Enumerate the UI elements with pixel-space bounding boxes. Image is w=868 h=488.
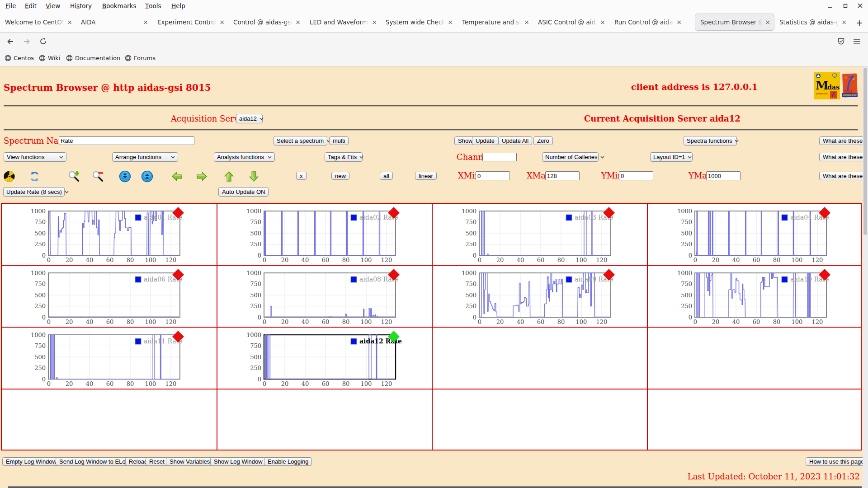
tab-close-icon[interactable]: × [676, 19, 682, 26]
close-button[interactable] [854, 0, 865, 11]
update-all-button[interactable]: Update All [498, 136, 532, 145]
maximize-button[interactable] [840, 0, 851, 11]
menu-bookmarks[interactable]: Bookmarks [102, 0, 136, 11]
tab-close-icon[interactable]: × [372, 19, 377, 26]
spectrum-cell-aida06[interactable]: 02505007501000020406080100120aida06 Rate [2, 266, 216, 327]
number-of-galleries-select[interactable]: Number of Galleries [542, 152, 599, 162]
radiation-icon[interactable] [3, 170, 15, 183]
update-button[interactable]: Update [472, 136, 498, 145]
tab-welcome-to-centos[interactable]: Welcome to CentOS× [0, 14, 76, 31]
tab-statistics-aidas-gsi[interactable]: Statistics @ aidas-gsi× [774, 14, 850, 31]
enable-logging-button[interactable]: Enable Logging [264, 457, 312, 466]
arrow-up-icon[interactable] [223, 170, 235, 183]
menu-edit[interactable]: Edit [25, 0, 37, 11]
auto-update-button[interactable]: Auto Update ON [218, 187, 269, 197]
spectrum-cell-aida12[interactable]: 02505007501000020406080100120aida12 Rate [217, 328, 432, 389]
arrow-left-icon[interactable] [171, 170, 183, 183]
how-to-use-button[interactable]: How to use this page [806, 457, 868, 466]
menu-help[interactable]: Help [171, 0, 185, 11]
spectrum-name-input[interactable]: Rate [59, 136, 194, 145]
tab-spectrum-browser[interactable]: Spectrum Browser @× [695, 14, 774, 31]
tab-close-icon[interactable]: × [67, 19, 72, 26]
spectrum-cell-aida03[interactable]: 02505007501000020406080100120aida03 Rate [433, 204, 647, 265]
spectrum-cell-aida11[interactable]: 02505007501000020406080100120aida11 Rate [2, 328, 216, 389]
xmax-input[interactable]: 128 [545, 171, 580, 180]
tab-temperature-and-stat[interactable]: Temperature and stat× [457, 14, 533, 31]
all-button[interactable]: all [380, 172, 393, 180]
spectrum-cell-aida02[interactable]: 02505007501000020406080100120aida02 Rate [217, 204, 432, 265]
menu-view[interactable]: View [46, 0, 60, 11]
ymax-input[interactable]: 1000 [706, 171, 741, 180]
tab-experiment-control-c[interactable]: Experiment Control (c× [152, 14, 228, 31]
menu-hamburger-icon[interactable] [851, 33, 863, 50]
tab-close-icon[interactable]: × [295, 19, 301, 26]
tab-close-icon[interactable]: × [143, 19, 148, 26]
tab-close-icon[interactable]: × [524, 19, 529, 26]
spectrum-cell-aida01[interactable]: 02505007501000020406080100120aida01 Rate [2, 204, 216, 265]
forward-icon[interactable] [22, 33, 32, 50]
back-icon[interactable] [5, 33, 15, 50]
tab-led-and-waveform-c[interactable]: LED and Waveform c× [305, 14, 381, 31]
what-are-these-1[interactable]: What are these? [819, 136, 868, 145]
send-log-window-button[interactable]: Send Log Window to ELog [56, 457, 132, 466]
show-log-window-button[interactable]: Show Log Window [210, 457, 266, 466]
update-rate-select[interactable]: Update Rate (8 secs) [3, 187, 65, 197]
bookmark-documentation[interactable]: Documentation [66, 50, 120, 66]
tab-close-icon[interactable]: × [841, 19, 847, 26]
x-button[interactable]: x [296, 172, 307, 180]
account-shield-icon[interactable] [835, 33, 846, 50]
tags-fits-select[interactable]: Tags & Fits [325, 152, 363, 162]
spectrum-cell-aida04[interactable]: 02505007501000020406080100120aida04 Rate [648, 204, 863, 265]
tab-close-icon[interactable]: × [219, 19, 225, 26]
reload-icon[interactable] [38, 33, 48, 50]
zoom-out-icon[interactable] [92, 170, 104, 183]
acquisition-server-select[interactable]: aida12 [236, 114, 263, 123]
midas-logo[interactable]: M idas powered by TCL [814, 72, 840, 101]
tab-run-control-aidas[interactable]: Run Control @ aidas-× [609, 14, 685, 31]
linear-button[interactable]: linear [415, 172, 437, 180]
spectrum-cell-aida10[interactable]: 02505007501000020406080100120aida10 Rate [648, 266, 863, 327]
tab-asic-control-aidas[interactable]: ASIC Control @ aidas× [533, 14, 609, 31]
view-functions-select[interactable]: View functions [4, 152, 66, 162]
spectrum-cell-aida09[interactable]: 02505007501000020406080100120aida09 Rate [433, 266, 647, 327]
what-are-these-3[interactable]: What are these? [819, 172, 868, 180]
menu-tools[interactable]: Tools [145, 0, 161, 11]
tcl-powered-logo[interactable]: TCL! POWERED [842, 73, 858, 101]
bookmark-wiki[interactable]: Wiki [39, 50, 60, 66]
scroll-up-icon[interactable] [141, 170, 153, 183]
tab-control-aidas-gsi[interactable]: Control @ aidas-gsi× [228, 14, 304, 31]
zoom-in-icon[interactable] [68, 170, 80, 183]
layout-id-select[interactable]: Layout ID=1 [650, 152, 693, 162]
tab-close-icon[interactable]: × [448, 19, 453, 26]
what-are-these-2[interactable]: What are these? [819, 153, 868, 161]
zero-button[interactable]: Zero [533, 136, 553, 145]
new-button[interactable]: new [331, 172, 349, 180]
tab-aida[interactable]: AIDA× [76, 14, 152, 31]
reset-button[interactable]: Reset [146, 457, 168, 466]
select-a-spectrum[interactable]: Select a spectrum [274, 136, 327, 145]
arrow-down-icon[interactable] [248, 170, 260, 183]
menu-history[interactable]: History [70, 0, 92, 11]
show-variables-button[interactable]: Show Variables [166, 457, 213, 466]
new-tab-button[interactable]: + [856, 18, 863, 28]
bookmark-centos[interactable]: Centos [5, 50, 34, 66]
ymin-input[interactable]: 0 [619, 171, 653, 180]
bookmark-forums[interactable]: Forums [125, 50, 156, 66]
xmin-input[interactable]: 0 [476, 171, 510, 180]
empty-log-window-button[interactable]: Empty Log Window [2, 457, 60, 466]
arrow-right-icon[interactable] [196, 170, 208, 183]
menu-file[interactable]: File [5, 0, 16, 11]
scrollbar-thumb[interactable] [863, 68, 867, 235]
spectrum-cell-aida08[interactable]: 02505007501000020406080100120aida08 Rate [217, 266, 432, 327]
minimize-button[interactable] [825, 0, 835, 11]
arrange-functions-select[interactable]: Arrange functions [112, 152, 178, 162]
tab-system-wide-checks[interactable]: System wide Checks× [381, 14, 457, 31]
analysis-functions-select[interactable]: Analysis functions [214, 152, 275, 162]
spectra-functions-select[interactable]: Spectra functions [684, 136, 737, 145]
tab-close-icon[interactable]: × [765, 19, 770, 26]
refresh-icon[interactable] [28, 170, 41, 183]
multi-button[interactable]: multi [329, 136, 349, 145]
tab-close-icon[interactable]: × [600, 19, 605, 26]
channel-input[interactable] [482, 153, 517, 161]
scroll-down-icon[interactable] [119, 170, 131, 183]
